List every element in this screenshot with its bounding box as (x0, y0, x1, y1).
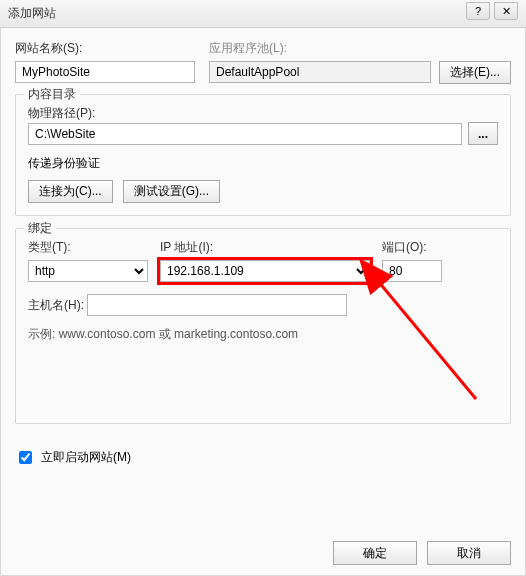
hostname-input[interactable] (87, 294, 347, 316)
select-apppool-button[interactable]: 选择(E)... (439, 61, 511, 84)
port-input[interactable] (382, 260, 442, 282)
content-directory-group: 内容目录 物理路径(P): ... 传递身份验证 连接为(C)... 测试设置(… (15, 94, 511, 216)
start-now-checkbox[interactable] (19, 451, 32, 464)
port-label: 端口(O): (382, 239, 442, 256)
dialog-title: 添加网站 (8, 5, 56, 22)
ok-button[interactable]: 确定 (333, 541, 417, 565)
connect-as-button[interactable]: 连接为(C)... (28, 180, 113, 203)
content-directory-legend: 内容目录 (24, 86, 80, 103)
dialog-body: 网站名称(S): 应用程序池(L): 选择(E)... 内容目录 物理路径(P)… (0, 28, 526, 576)
start-now-label: 立即启动网站(M) (41, 449, 131, 466)
ip-address-wrap: 192.168.1.109 (160, 260, 370, 282)
type-label: 类型(T): (28, 239, 148, 256)
ellipsis-icon: ... (478, 127, 488, 141)
type-select[interactable]: http (28, 260, 148, 282)
binding-legend: 绑定 (24, 220, 56, 237)
site-name-input[interactable] (15, 61, 195, 83)
cancel-button[interactable]: 取消 (427, 541, 511, 565)
physical-path-input[interactable] (28, 123, 462, 145)
hostname-label: 主机名(H): (28, 298, 84, 312)
ip-address-label: IP 地址(I): (160, 239, 370, 256)
apppool-label: 应用程序池(L): (209, 40, 511, 57)
help-icon[interactable]: ? (466, 2, 490, 20)
binding-group: 绑定 类型(T): http IP 地址(I): 192.168.1.109 端… (15, 228, 511, 424)
physical-path-label: 物理路径(P): (28, 106, 95, 120)
apppool-input (209, 61, 431, 83)
close-icon[interactable]: ✕ (494, 2, 518, 20)
test-settings-button[interactable]: 测试设置(G)... (123, 180, 220, 203)
site-name-label: 网站名称(S): (15, 40, 195, 57)
title-bar: 添加网站 ? ✕ (0, 0, 526, 28)
passthrough-auth-label: 传递身份验证 (28, 155, 498, 172)
hostname-example: 示例: www.contoso.com 或 marketing.contoso.… (28, 326, 498, 343)
ip-address-select[interactable]: 192.168.1.109 (160, 260, 370, 282)
browse-button[interactable]: ... (468, 122, 498, 145)
